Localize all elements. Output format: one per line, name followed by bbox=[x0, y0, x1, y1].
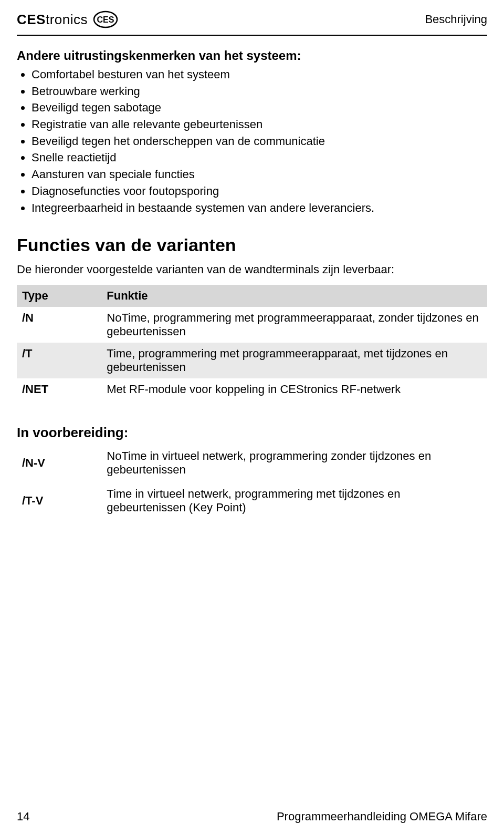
header-divider bbox=[17, 35, 487, 36]
table-row: /T-V Time in virtueel netwerk, programme… bbox=[17, 482, 487, 520]
cell-type: /T-V bbox=[17, 482, 101, 520]
table-row: /N NoTime, programmering met programmeer… bbox=[17, 307, 487, 343]
document-page: CEStronics CES Beschrijving Andere uitru… bbox=[0, 0, 504, 834]
preparation-heading: In voorbereiding: bbox=[17, 425, 487, 441]
cell-type: /NET bbox=[17, 378, 101, 400]
footer-spacer bbox=[17, 520, 487, 795]
list-item: Aansturen van speciale functies bbox=[32, 166, 487, 183]
page-header: CEStronics CES Beschrijving bbox=[17, 11, 487, 33]
list-item: Comfortabel besturen van het systeem bbox=[32, 66, 487, 83]
cell-function: NoTime in virtueel netwerk, programmerin… bbox=[101, 444, 487, 482]
table-header-row: Type Funktie bbox=[17, 285, 487, 307]
variants-table: Type Funktie /N NoTime, programmering me… bbox=[17, 285, 487, 400]
variants-heading: Functies van de varianten bbox=[17, 235, 487, 255]
list-item: Diagnosefuncties voor foutopsporing bbox=[32, 183, 487, 200]
list-item: Integreerbaarheid in bestaande systemen … bbox=[32, 200, 487, 217]
page-footer: 14 Programmeerhandleiding OMEGA Mifare bbox=[17, 795, 487, 823]
cell-function: Time, programmering met programmeerappar… bbox=[101, 343, 487, 378]
table-row: /N-V NoTime in virtueel netwerk, program… bbox=[17, 444, 487, 482]
cell-function: NoTime, programmering met programmeer­ap… bbox=[101, 307, 487, 343]
list-item: Registratie van alle relevante gebeurten… bbox=[32, 116, 487, 133]
table-row: /NET Met RF-module voor koppeling in CES… bbox=[17, 378, 487, 400]
col-header-type: Type bbox=[17, 285, 101, 307]
brand-ces: CES bbox=[17, 12, 46, 27]
cell-function: Time in virtueel netwerk, programmering … bbox=[101, 482, 487, 520]
brand-tronics: tronics bbox=[46, 12, 88, 27]
cell-type: /N-V bbox=[17, 444, 101, 482]
col-header-function: Funktie bbox=[101, 285, 487, 307]
cell-type: /T bbox=[17, 343, 101, 378]
list-item: Betrouwbare werking bbox=[32, 83, 487, 100]
header-section-label: Beschrijving bbox=[425, 13, 487, 26]
brand-block: CEStronics CES bbox=[17, 11, 118, 28]
list-item: Snelle reactietijd bbox=[32, 149, 487, 166]
brand-wordmark: CEStronics bbox=[17, 12, 88, 28]
footer-title: Programmeerhandleiding OMEGA Mifare bbox=[277, 810, 487, 823]
cell-function: Met RF-module voor koppeling in CEStroni… bbox=[101, 378, 487, 400]
cell-type: /N bbox=[17, 307, 101, 343]
list-item: Beveiligd tegen sabotage bbox=[32, 99, 487, 116]
features-list: Comfortabel besturen van het systeem Bet… bbox=[17, 66, 487, 216]
page-number: 14 bbox=[17, 810, 29, 823]
ces-logo-icon: CES bbox=[93, 11, 118, 28]
table-row: /T Time, programmering met programmeerap… bbox=[17, 343, 487, 378]
list-item: Beveiligd tegen het onderscheppen van de… bbox=[32, 133, 487, 150]
svg-text:CES: CES bbox=[97, 15, 114, 24]
variants-intro: De hieronder voorgestelde varianten van … bbox=[17, 262, 487, 277]
preparation-table: /N-V NoTime in virtueel netwerk, program… bbox=[17, 444, 487, 520]
features-heading: Andere uitrustingskenmerken van het syst… bbox=[17, 48, 487, 63]
